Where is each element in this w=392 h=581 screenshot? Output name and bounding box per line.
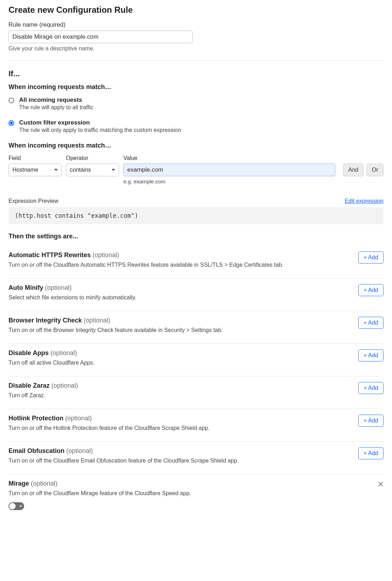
add-button-browser_integrity[interactable]: + Add (358, 317, 383, 329)
field-select-value: Hostname (12, 167, 38, 173)
edit-expression-link[interactable]: Edit expression (345, 198, 383, 204)
setting-mirage: Mirage (optional)Turn on or off the Clou… (9, 474, 383, 520)
divider (9, 60, 383, 61)
field-label: Field (9, 155, 62, 161)
rule-name-hint: Give your rule a descriptive name. (9, 45, 383, 52)
rule-name-input[interactable] (9, 31, 193, 43)
setting-desc: Turn off Zaraz. (9, 392, 78, 399)
add-button-disable_zaraz[interactable]: + Add (358, 382, 383, 394)
add-button-hotlink[interactable]: + Add (358, 415, 383, 427)
setting-hotlink: Hotlink Protection (optional)Turn on or … (9, 409, 383, 442)
setting-name: Automatic HTTPS Rewrites (optional) (9, 251, 284, 259)
setting-desc: Turn on or off the Cloudflare Email Obfu… (9, 458, 239, 464)
add-button-auto_minify[interactable]: + Add (358, 284, 383, 296)
operator-label: Operator (66, 155, 119, 161)
setting-name: Auto Minify (optional) (9, 284, 136, 292)
value-input[interactable] (123, 164, 335, 176)
chevron-down-icon (54, 169, 58, 171)
rule-name-label: Rule name (required) (9, 21, 383, 28)
radio-custom-expression[interactable]: Custom filter expression The rule will o… (9, 119, 383, 133)
radio-all-requests[interactable]: All incoming requests The rule will appl… (9, 96, 383, 111)
if-heading: If... (9, 69, 383, 78)
and-button[interactable]: And (343, 164, 364, 176)
expression-preview: (http.host contains "example.com") (9, 207, 383, 224)
toggle-mirage[interactable]: ✕ (9, 502, 24, 510)
setting-desc: Select which file extensions to minify a… (9, 294, 136, 301)
spacer (343, 155, 383, 161)
setting-name: Hotlink Protection (optional) (9, 415, 209, 422)
setting-auto_minify: Auto Minify (optional)Select which file … (9, 278, 383, 311)
value-example: e.g. example.com (123, 178, 339, 184)
value-label: Value (123, 155, 339, 161)
setting-desc: Turn on or off the Browser Integrity Che… (9, 327, 223, 333)
operator-select-value: contains (70, 167, 91, 173)
add-button-https_rewrites[interactable]: + Add (358, 251, 383, 264)
setting-desc: Turn on or off the Cloudflare Automatic … (9, 262, 284, 268)
setting-email_obfuscation: Email Obfuscation (optional)Turn on or o… (9, 442, 383, 474)
radio-icon (9, 120, 14, 126)
radio-desc: The rule will apply to all traffic (19, 104, 94, 111)
radio-title: All incoming requests (19, 96, 94, 104)
setting-name: Disable Zaraz (optional) (9, 382, 78, 389)
add-button-email_obfuscation[interactable]: + Add (358, 447, 383, 459)
expression-builder-row: Field Hostname Operator contains Value e… (9, 155, 383, 184)
setting-disable_apps: Disable Apps (optional)Turn off all acti… (9, 344, 383, 376)
setting-desc: Turn on or off the Cloudflare Mirage fea… (9, 490, 191, 497)
add-button-disable_apps[interactable]: + Add (358, 349, 383, 361)
close-icon[interactable] (378, 480, 383, 489)
setting-name: Disable Apps (optional) (9, 349, 95, 357)
setting-name: Browser Integrity Check (optional) (9, 317, 223, 324)
chevron-down-icon (112, 169, 115, 171)
setting-name: Email Obfuscation (optional) (9, 447, 239, 455)
page-title: Create new Configuration Rule (9, 5, 383, 15)
radio-icon (9, 98, 14, 103)
operator-select[interactable]: contains (66, 164, 119, 176)
setting-desc: Turn off all active Cloudflare Apps. (9, 360, 95, 366)
match-heading: When incoming requests match… (9, 83, 383, 91)
or-button[interactable]: Or (366, 164, 383, 176)
then-heading: Then the settings are... (9, 233, 383, 240)
field-select[interactable]: Hostname (9, 164, 62, 176)
radio-desc: The rule will only apply to traffic matc… (19, 127, 181, 133)
setting-browser_integrity: Browser Integrity Check (optional)Turn o… (9, 311, 383, 344)
radio-title: Custom filter expression (19, 119, 181, 126)
match-heading-2: When incoming requests match… (9, 142, 383, 149)
setting-https_rewrites: Automatic HTTPS Rewrites (optional)Turn … (9, 246, 383, 278)
expression-preview-label: Expression Preview (9, 198, 58, 204)
setting-name: Mirage (optional) (9, 480, 191, 487)
setting-desc: Turn on or off the Hotlink Protection fe… (9, 425, 209, 431)
setting-disable_zaraz: Disable Zaraz (optional)Turn off Zaraz.+… (9, 376, 383, 409)
